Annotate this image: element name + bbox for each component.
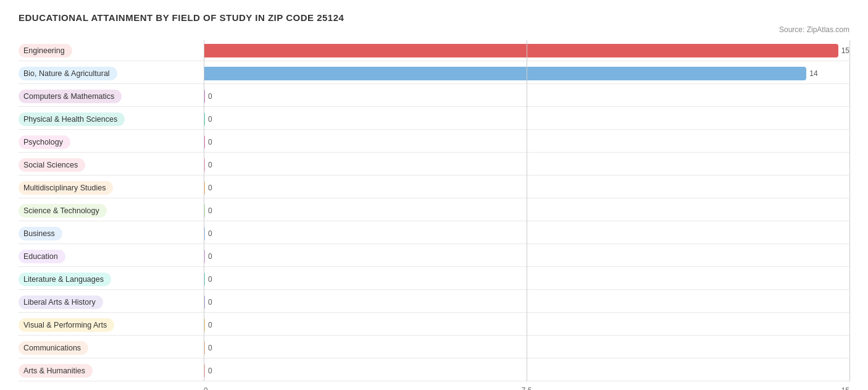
bar-fill-business: [204, 227, 205, 240]
bar-label-area-computers: Computers & Mathematics: [19, 90, 204, 103]
bar-row-business: Business0: [19, 223, 849, 244]
bar-label-area-science: Science & Technology: [19, 204, 204, 218]
bar-label-area-engineering: Engineering: [19, 44, 204, 57]
bar-label-area-physical: Physical & Health Sciences: [19, 112, 204, 126]
bar-label-area-literature: Literature & Languages: [19, 273, 204, 286]
bar-row-multi: Multidisciplinary Studies0: [19, 177, 849, 198]
bar-label-area-communications: Communications: [19, 341, 204, 355]
bar-value-liberal: 0: [208, 298, 212, 307]
bar-label-area-psychology: Psychology: [19, 135, 204, 149]
bar-row-education: Education0: [19, 246, 849, 267]
bar-fill-science: [204, 204, 205, 218]
bar-label-engineering: Engineering: [19, 44, 72, 57]
bar-fill-computers: [204, 90, 205, 103]
bar-value-bio: 14: [809, 69, 817, 78]
bar-area-arts: 0: [204, 360, 849, 381]
bar-label-science: Science & Technology: [19, 204, 107, 218]
bar-label-computers: Computers & Mathematics: [19, 90, 122, 103]
bar-area-multi: 0: [204, 177, 849, 198]
bar-row-engineering: Engineering15: [19, 40, 849, 61]
bar-area-bio: 14: [204, 63, 849, 84]
bar-fill-education: [204, 250, 205, 263]
bar-fill-visual: [204, 318, 205, 332]
bar-fill-bio: [204, 67, 806, 80]
bar-value-social: 0: [208, 161, 212, 169]
bar-area-business: 0: [204, 223, 849, 244]
chart-container: Engineering15Bio, Nature & Agricultural1…: [19, 40, 849, 390]
bar-value-computers: 0: [208, 92, 212, 101]
x-axis: 07.515: [19, 386, 849, 390]
bar-label-area-visual: Visual & Performing Arts: [19, 318, 204, 332]
bar-label-area-bio: Bio, Nature & Agricultural: [19, 67, 204, 80]
bar-area-computers: 0: [204, 86, 849, 107]
bar-row-science: Science & Technology0: [19, 200, 849, 221]
bar-label-business: Business: [19, 227, 62, 240]
bar-label-social: Social Sciences: [19, 158, 85, 172]
bar-value-physical: 0: [208, 115, 212, 124]
bar-value-psychology: 0: [208, 138, 212, 146]
bar-label-physical: Physical & Health Sciences: [19, 112, 125, 126]
bar-fill-liberal: [204, 295, 205, 309]
bar-label-bio: Bio, Nature & Agricultural: [19, 67, 117, 80]
bar-area-psychology: 0: [204, 132, 849, 153]
bar-label-area-liberal: Liberal Arts & History: [19, 295, 204, 309]
bar-area-liberal: 0: [204, 292, 849, 313]
bar-fill-social: [204, 158, 205, 172]
bar-row-physical: Physical & Health Sciences0: [19, 109, 849, 130]
x-axis-label-1: 7.5: [419, 386, 635, 390]
bar-row-visual: Visual & Performing Arts0: [19, 315, 849, 336]
bar-label-area-business: Business: [19, 227, 204, 240]
bar-label-education: Education: [19, 250, 65, 263]
bar-value-arts: 0: [208, 367, 212, 375]
bar-row-literature: Literature & Languages0: [19, 269, 849, 290]
bar-value-engineering: 15: [841, 46, 849, 55]
bar-label-area-education: Education: [19, 250, 204, 263]
bar-label-multi: Multidisciplinary Studies: [19, 181, 113, 195]
bar-row-liberal: Liberal Arts & History0: [19, 292, 849, 313]
bar-row-psychology: Psychology0: [19, 132, 849, 153]
bar-fill-psychology: [204, 135, 205, 149]
bar-area-science: 0: [204, 200, 849, 221]
bar-value-science: 0: [208, 206, 212, 215]
bar-row-communications: Communications0: [19, 337, 849, 358]
bar-row-computers: Computers & Mathematics0: [19, 86, 849, 107]
bar-row-social: Social Sciences0: [19, 155, 849, 176]
bar-area-literature: 0: [204, 269, 849, 290]
bar-value-literature: 0: [208, 275, 212, 284]
bar-label-area-social: Social Sciences: [19, 158, 204, 172]
bar-fill-multi: [204, 181, 205, 195]
source-label: Source: ZipAtlas.com: [19, 25, 849, 34]
bar-fill-communications: [204, 341, 205, 355]
x-axis-label-2: 15: [634, 386, 849, 390]
bar-area-communications: 0: [204, 337, 849, 358]
page-title: EDUCATIONAL ATTAINMENT BY FIELD OF STUDY…: [19, 12, 849, 23]
bar-row-arts: Arts & Humanities0: [19, 360, 849, 381]
x-axis-label-0: 0: [204, 386, 419, 390]
bar-value-communications: 0: [208, 344, 212, 352]
bar-fill-physical: [204, 112, 205, 126]
bar-label-area-arts: Arts & Humanities: [19, 364, 204, 378]
bar-row-bio: Bio, Nature & Agricultural14: [19, 63, 849, 84]
bar-value-multi: 0: [208, 184, 212, 192]
bar-value-business: 0: [208, 229, 212, 238]
bar-label-literature: Literature & Languages: [19, 273, 111, 286]
bar-area-education: 0: [204, 246, 849, 267]
bar-label-arts: Arts & Humanities: [19, 364, 93, 378]
bar-label-liberal: Liberal Arts & History: [19, 295, 103, 309]
bar-label-communications: Communications: [19, 341, 88, 355]
bar-area-visual: 0: [204, 315, 849, 336]
bar-label-visual: Visual & Performing Arts: [19, 318, 114, 332]
bar-label-area-multi: Multidisciplinary Studies: [19, 181, 204, 195]
bar-fill-arts: [204, 364, 205, 378]
bar-area-engineering: 15: [204, 40, 849, 61]
bar-area-social: 0: [204, 155, 849, 176]
bar-value-visual: 0: [208, 321, 212, 329]
bar-area-physical: 0: [204, 109, 849, 130]
bar-label-psychology: Psychology: [19, 135, 70, 149]
bar-value-education: 0: [208, 252, 212, 261]
bar-fill-literature: [204, 273, 205, 286]
bar-fill-engineering: [204, 44, 838, 57]
